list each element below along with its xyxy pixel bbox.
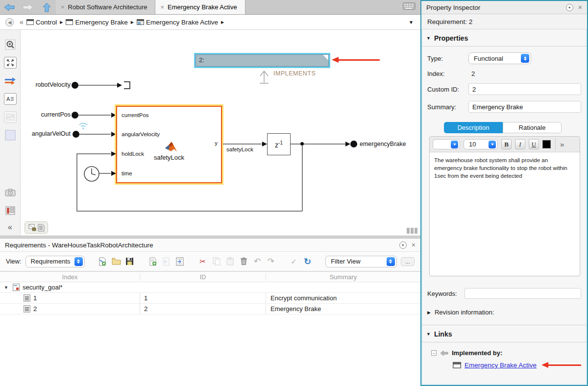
save-icon[interactable] — [125, 256, 135, 267]
delete-icon[interactable] — [239, 256, 248, 267]
filter-view-dropdown[interactable]: Filter View — [325, 256, 397, 267]
description-text[interactable]: The warehouse robot system shall provide… — [430, 152, 580, 184]
document-tabbar: × Robot Software Architecture × Emergenc… — [0, 0, 420, 15]
inport-robotVelocity[interactable] — [72, 82, 78, 89]
view-label: View: — [6, 258, 22, 265]
custom-id-field[interactable] — [468, 83, 581, 95]
wire-arrowhead — [345, 142, 350, 146]
column-header-id[interactable]: ID — [140, 273, 266, 281]
fit-to-view-icon[interactable] — [4, 57, 17, 69]
tab-rationale[interactable]: Rationale — [503, 122, 562, 133]
requirement-annotation[interactable]: 2: — [196, 54, 329, 67]
back-button[interactable] — [0, 0, 19, 14]
toolbar-overflow-icon[interactable]: » — [560, 140, 564, 148]
add-requirement-icon[interactable] — [148, 256, 158, 267]
wire[interactable] — [291, 144, 345, 145]
wire[interactable] — [79, 134, 111, 135]
zoom-select-icon[interactable] — [4, 39, 17, 50]
wire[interactable] — [76, 153, 111, 154]
annotation-icon[interactable]: A — [4, 93, 17, 105]
wire[interactable] — [302, 145, 303, 211]
copy-icon[interactable] — [212, 256, 221, 267]
summary-field[interactable] — [468, 101, 581, 113]
wire[interactable] — [76, 154, 77, 211]
font-family-dropdown[interactable] — [433, 139, 460, 149]
refresh-icon[interactable]: ↻ — [303, 256, 313, 267]
wire[interactable] — [223, 144, 262, 145]
section-collapse-icon: ▼ — [426, 36, 431, 41]
tab-description[interactable]: Description — [444, 122, 503, 133]
type-dropdown[interactable]: Functional — [468, 52, 531, 64]
requirement-row-1[interactable]: 1 1 Encrypt communication — [0, 293, 420, 304]
column-header-index[interactable]: Index — [0, 273, 140, 281]
font-size-dropdown[interactable]: 10 — [464, 139, 498, 149]
inport-currentPos[interactable] — [72, 112, 78, 119]
implemented-by-group[interactable]: − Implemented by: — [431, 349, 587, 357]
breadcrumb-collapse[interactable]: « — [20, 18, 24, 26]
requirement-row-2[interactable]: 2 2 Emergency Brake — [0, 304, 420, 314]
view-dropdown[interactable]: Requirements — [25, 256, 85, 267]
canvas-badge-group[interactable] — [24, 221, 48, 234]
import-requirement-set-icon[interactable] — [98, 256, 107, 267]
block-port-label-out: y — [215, 140, 218, 146]
open-icon[interactable] — [111, 256, 121, 267]
collapse-minus-icon[interactable]: − — [431, 350, 437, 356]
model-browser-icon[interactable] — [4, 205, 17, 217]
diagram-canvas[interactable]: 2: IMPLEMENTS robotVelocity currentPos — [21, 30, 420, 236]
block-port-label: angularVelocity — [122, 131, 160, 137]
forward-button[interactable] — [19, 0, 37, 14]
panel-close-icon[interactable]: × — [412, 241, 416, 249]
up-to-parent-button[interactable] — [37, 0, 56, 14]
tree-expand-icon[interactable]: ▼ — [4, 285, 10, 290]
cut-icon[interactable]: ✂ — [198, 256, 208, 267]
demote-requirement-icon[interactable] — [175, 256, 185, 267]
redo-icon[interactable]: ↷ — [266, 256, 276, 267]
panel-layout-icon[interactable] — [407, 228, 417, 234]
unit-delay-block[interactable]: z-1 — [267, 133, 291, 155]
tab-emergency-brake-active[interactable]: × Emergency Brake Active — [155, 0, 245, 14]
tab-robot-software-architecture[interactable]: × Robot Software Architecture — [56, 0, 155, 14]
keywords-field[interactable] — [465, 288, 581, 299]
italic-button[interactable]: I — [515, 139, 525, 149]
breadcrumb-dropdown-caret[interactable]: ▼ — [409, 20, 414, 25]
requirement-set-row[interactable]: ▼ security_goal* — [0, 282, 420, 293]
wire[interactable] — [78, 115, 111, 116]
safetyLock-block[interactable]: currentPos angularVelocity holdLock time… — [116, 106, 222, 183]
breadcrumb-item-emergency-brake-active[interactable]: Emergency Brake Active — [137, 19, 218, 26]
verify-icon[interactable]: ✓ — [289, 256, 299, 267]
close-tab-icon[interactable]: × — [61, 3, 65, 11]
screenshot-camera-icon[interactable] — [4, 187, 17, 198]
breadcrumb-item-control[interactable]: Control — [26, 19, 57, 26]
clock-block[interactable] — [83, 166, 100, 182]
underline-button[interactable]: U — [529, 139, 539, 149]
panel-close-icon[interactable]: × — [578, 3, 582, 11]
image-annotation-icon[interactable] — [4, 111, 17, 123]
column-header-summary[interactable]: Summary — [266, 273, 420, 281]
area-box-icon[interactable] — [4, 129, 17, 141]
outport-emergencyBrake[interactable] — [350, 141, 357, 147]
breadcrumb-item-emergency-brake[interactable]: Emergency Brake — [66, 19, 127, 26]
toolbar-overflow-button[interactable]: ... — [401, 257, 415, 266]
undo-icon[interactable]: ↶ — [252, 256, 262, 267]
close-tab-icon[interactable]: × — [160, 3, 164, 11]
cell-id: 2 — [144, 305, 147, 313]
revision-information-toggle[interactable]: ▶ Revision information: — [421, 299, 587, 316]
panel-menu-icon[interactable]: ▼ — [399, 241, 407, 249]
font-color-swatch[interactable] — [542, 140, 551, 148]
wire[interactable] — [99, 173, 111, 174]
inport-angularVelOut[interactable] — [73, 131, 79, 138]
links-section-header[interactable]: ▼ Links — [421, 325, 587, 342]
promote-requirement-icon[interactable] — [161, 256, 171, 267]
panel-menu-icon[interactable]: ▼ — [566, 4, 573, 11]
paste-icon[interactable] — [225, 256, 235, 267]
signal-routing-icon[interactable] — [4, 75, 17, 87]
properties-section-header[interactable]: ▼ Properties — [421, 29, 587, 47]
emergency-brake-active-link[interactable]: Emergency Brake Active — [465, 362, 537, 369]
terminator-block[interactable] — [124, 81, 130, 89]
wire[interactable] — [78, 85, 120, 86]
wire[interactable] — [76, 211, 302, 212]
hide-explorer-icon[interactable]: ◀ — [5, 18, 14, 26]
keyboard-icon[interactable] — [403, 2, 416, 12]
bold-button[interactable]: B — [501, 139, 512, 149]
collapse-sidebar-icon[interactable]: « — [8, 223, 12, 232]
